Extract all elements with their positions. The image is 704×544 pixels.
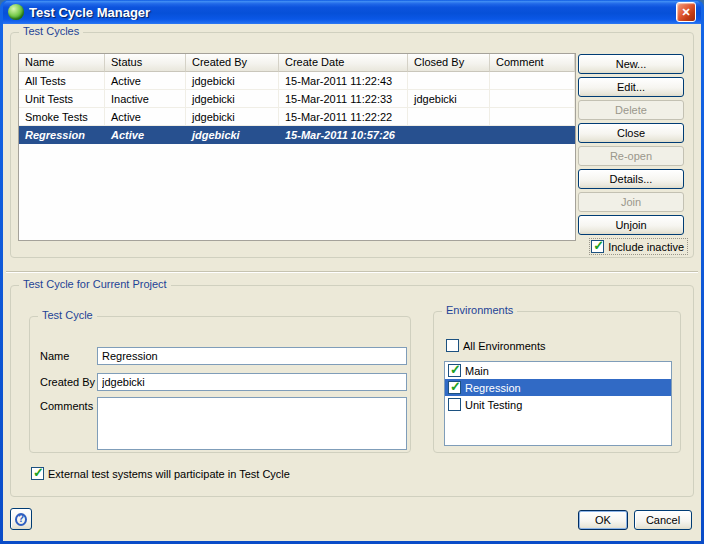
created-by-label: Created By	[40, 376, 95, 388]
dialog-window: Test Cycle Manager ✕ Test Cycles Name St…	[0, 0, 704, 544]
section-divider	[6, 271, 698, 273]
table-row[interactable]: All Tests Active jdgebicki 15-Mar-2011 1…	[19, 72, 575, 90]
test-cycles-actions: New... Edit... Delete Close Re-open Deta…	[578, 54, 684, 235]
comments-textarea[interactable]	[97, 397, 407, 450]
cell-status: Inactive	[105, 90, 186, 108]
delete-button: Delete	[578, 100, 684, 120]
column-header-created-by[interactable]: Created By	[186, 54, 279, 72]
dialog-content: Test Cycles Name Status Created By Creat…	[3, 24, 701, 541]
cell-created-by: jdgebicki	[186, 126, 279, 144]
table-row[interactable]: Smoke Tests Active jdgebicki 15-Mar-2011…	[19, 108, 575, 126]
cell-comment	[490, 90, 575, 108]
cell-name: Smoke Tests	[19, 108, 105, 126]
name-label: Name	[40, 350, 69, 362]
environments-list: Main Regression Unit Testing	[444, 361, 672, 446]
cell-closed-by	[408, 126, 490, 144]
current-project-group-label: Test Cycle for Current Project	[19, 278, 171, 290]
cell-create-date: 15-Mar-2011 11:22:22	[279, 108, 408, 126]
env-main-checkbox[interactable]	[448, 364, 461, 377]
test-cycle-group: Test Cycle Name Created By Comments	[29, 316, 411, 453]
column-header-comment[interactable]: Comment	[490, 54, 575, 72]
window-title: Test Cycle Manager	[29, 5, 671, 20]
cell-name: Regression	[19, 126, 105, 144]
cell-comment	[490, 108, 575, 126]
cell-name: Unit Tests	[19, 90, 105, 108]
cell-created-by: jdgebicki	[186, 72, 279, 90]
cell-created-by: jdgebicki	[186, 90, 279, 108]
cell-name: All Tests	[19, 72, 105, 90]
env-regression-checkbox[interactable]	[448, 381, 461, 394]
env-item-unit-testing[interactable]: Unit Testing	[445, 396, 671, 413]
created-by-input[interactable]	[97, 373, 407, 391]
all-environments-checkbox[interactable]	[446, 339, 459, 352]
cell-comment	[490, 126, 575, 144]
cell-comment	[490, 72, 575, 90]
include-inactive-label: Include inactive	[608, 241, 684, 253]
new-button[interactable]: New...	[578, 54, 684, 74]
external-systems-row: External test systems will participate i…	[31, 467, 290, 480]
env-item-label: Unit Testing	[465, 399, 522, 411]
column-header-name[interactable]: Name	[19, 54, 105, 72]
titlebar: Test Cycle Manager ✕	[3, 0, 701, 24]
test-cycles-table: Name Status Created By Create Date Close…	[18, 53, 576, 241]
cell-status: Active	[105, 126, 186, 144]
env-item-label: Main	[465, 365, 489, 377]
unjoin-button[interactable]: Unjoin	[578, 215, 684, 235]
include-inactive-row: Include inactive	[589, 238, 688, 255]
cell-status: Active	[105, 72, 186, 90]
environments-group: Environments All Environments Main Regre…	[433, 311, 681, 453]
table-row[interactable]: Unit Tests Inactive jdgebicki 15-Mar-201…	[19, 90, 575, 108]
all-environments-row: All Environments	[446, 339, 546, 352]
env-item-main[interactable]: Main	[445, 362, 671, 379]
external-systems-label: External test systems will participate i…	[48, 468, 290, 480]
cell-closed-by	[408, 108, 490, 126]
test-cycles-group: Test Cycles Name Status Created By Creat…	[10, 32, 694, 258]
cell-closed-by: jdgebicki	[408, 90, 490, 108]
details-button[interactable]: Details...	[578, 169, 684, 189]
join-button: Join	[578, 192, 684, 212]
column-header-status[interactable]: Status	[105, 54, 186, 72]
cell-create-date: 15-Mar-2011 11:22:43	[279, 72, 408, 90]
close-button[interactable]: ✕	[676, 2, 696, 22]
column-header-create-date[interactable]: Create Date	[279, 54, 408, 72]
help-icon: ?	[15, 513, 27, 526]
name-input[interactable]	[97, 347, 407, 365]
cell-created-by: jdgebicki	[186, 108, 279, 126]
env-item-label: Regression	[465, 382, 521, 394]
external-systems-checkbox[interactable]	[31, 467, 44, 480]
column-header-closed-by[interactable]: Closed By	[408, 54, 490, 72]
cell-create-date: 15-Mar-2011 11:22:33	[279, 90, 408, 108]
test-cycles-group-label: Test Cycles	[19, 25, 83, 37]
close-cycle-button[interactable]: Close	[578, 123, 684, 143]
reopen-button: Re-open	[578, 146, 684, 166]
cell-status: Active	[105, 108, 186, 126]
cell-create-date: 15-Mar-2011 10:57:26	[279, 126, 408, 144]
include-inactive-checkbox[interactable]	[591, 240, 604, 253]
cancel-button[interactable]: Cancel	[634, 510, 692, 530]
comments-label: Comments	[40, 400, 93, 412]
cell-closed-by	[408, 72, 490, 90]
edit-button[interactable]: Edit...	[578, 77, 684, 97]
app-icon	[8, 4, 24, 20]
close-icon: ✕	[681, 6, 690, 19]
env-unit-testing-checkbox[interactable]	[448, 398, 461, 411]
environments-group-label: Environments	[442, 304, 517, 316]
test-cycle-group-label: Test Cycle	[38, 309, 97, 321]
all-environments-label: All Environments	[463, 340, 546, 352]
help-button[interactable]: ?	[10, 508, 32, 530]
table-row-selected[interactable]: Regression Active jdgebicki 15-Mar-2011 …	[19, 126, 575, 144]
table-header-row: Name Status Created By Create Date Close…	[19, 54, 575, 72]
env-item-regression[interactable]: Regression	[445, 379, 671, 396]
ok-button[interactable]: OK	[578, 510, 628, 530]
current-project-group: Test Cycle for Current Project Test Cycl…	[10, 285, 694, 497]
